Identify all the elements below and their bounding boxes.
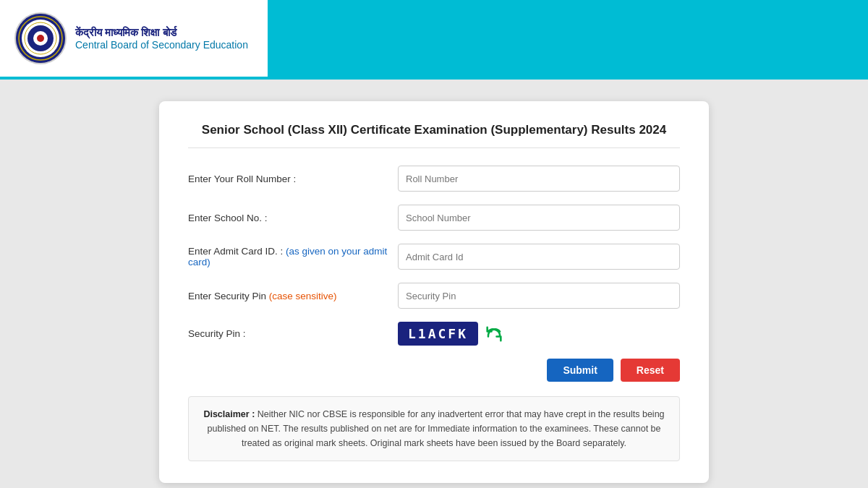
admit-card-label-static: Enter Admit Card ID. : <box>188 246 283 257</box>
roll-number-label: Enter Your Roll Number : <box>188 174 398 184</box>
admit-card-input[interactable] <box>398 244 680 270</box>
security-pin-input-row: Enter Security Pin (case sensitive) <box>188 283 680 309</box>
disclaimer: Disclaimer : Neither NIC nor CBSE is res… <box>188 396 680 461</box>
captcha-label: Security Pin : <box>188 328 398 339</box>
admit-card-row: Enter Admit Card ID. : (as given on your… <box>188 244 680 270</box>
refresh-icon <box>484 324 504 344</box>
captcha-display: L1ACFK <box>398 322 504 346</box>
school-no-label: Enter School No. : <box>188 213 398 223</box>
school-no-input[interactable] <box>398 205 680 231</box>
security-pin-input[interactable] <box>398 283 680 309</box>
buttons-row: Submit Reset <box>188 359 680 382</box>
school-no-row: Enter School No. : <box>188 205 680 231</box>
form-card: Senior School (Class XII) Certificate Ex… <box>159 101 709 483</box>
logo-area: केंद्रीय माध्यमिक शिक्षा बोर्ड Central B… <box>0 5 263 72</box>
refresh-captcha-button[interactable] <box>484 324 504 344</box>
cbse-logo <box>14 12 67 64</box>
english-title: Central Board of Secondary Education <box>75 39 248 51</box>
disclaimer-body: Neither NIC nor CBSE is responsible for … <box>208 409 665 448</box>
svg-point-4 <box>37 35 44 42</box>
security-pin-label-static: Enter Security Pin <box>188 291 269 301</box>
security-pin-label-note: (case sensitive) <box>269 291 337 301</box>
reset-button[interactable]: Reset <box>621 359 680 382</box>
page-header: केंद्रीय माध्यमिक शिक्षा बोर्ड Central B… <box>0 0 868 80</box>
form-title: Senior School (Class XII) Certificate Ex… <box>188 123 680 148</box>
security-pin-input-label: Enter Security Pin (case sensitive) <box>188 291 398 301</box>
disclaimer-text: Disclaimer : Neither NIC nor CBSE is res… <box>203 409 664 448</box>
captcha-value: L1ACFK <box>398 322 478 346</box>
teal-bar <box>268 0 868 77</box>
roll-number-row: Enter Your Roll Number : <box>188 166 680 192</box>
admit-card-label: Enter Admit Card ID. : (as given on your… <box>188 246 398 267</box>
submit-button[interactable]: Submit <box>547 359 613 382</box>
main-content: Senior School (Class XII) Certificate Ex… <box>0 80 868 488</box>
header-title: केंद्रीय माध्यमिक शिक्षा बोर्ड Central B… <box>75 26 248 51</box>
hindi-title: केंद्रीय माध्यमिक शिक्षा बोर्ड <box>75 26 248 39</box>
roll-number-input[interactable] <box>398 166 680 192</box>
captcha-row: Security Pin : L1ACFK <box>188 322 680 346</box>
disclaimer-bold: Disclaimer : <box>203 409 255 419</box>
